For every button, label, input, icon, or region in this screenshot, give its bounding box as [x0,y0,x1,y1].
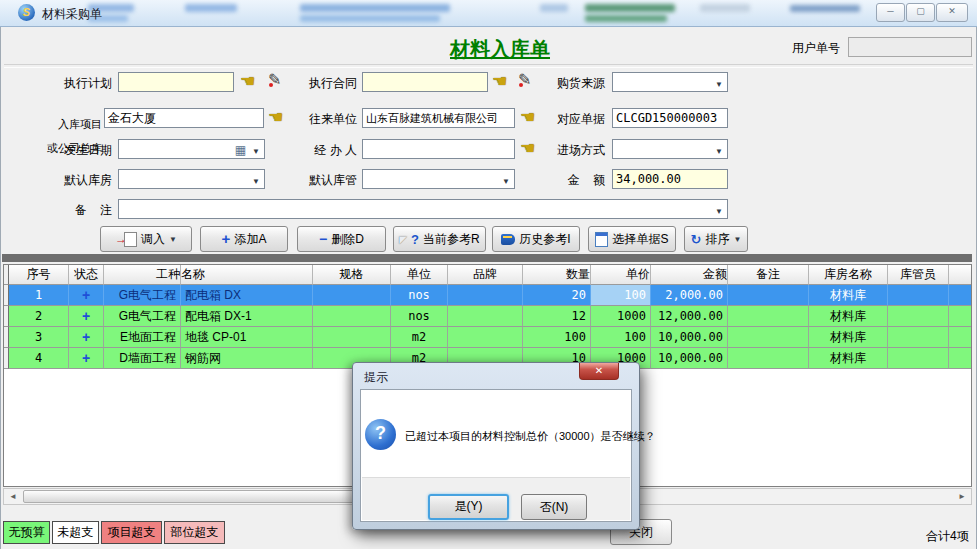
cell-brand[interactable] [448,306,523,327]
chevron-down-icon[interactable]: ▼ [715,203,723,219]
col-header-status[interactable]: 状态 [69,265,104,285]
col-header-brand[interactable]: 品牌 [448,265,523,285]
exec-contract-field[interactable] [362,72,488,92]
cell-keeper[interactable] [888,348,949,369]
col-header-seq[interactable]: 序号 [9,265,69,285]
cell-spec[interactable] [313,327,391,348]
hand-picker-icon[interactable]: ☚ [520,108,535,128]
hand-picker-icon[interactable]: ☚ [520,139,535,159]
cell-qty[interactable]: 100 [523,327,591,348]
no-button[interactable]: 否(N) [521,494,587,520]
cell-remark[interactable] [728,306,809,327]
cell-remark[interactable] [728,327,809,348]
col-header-keeper[interactable]: 库管员 [888,265,949,285]
chevron-down-icon[interactable]: ▼ [502,173,510,189]
cell-trade[interactable]: G电气工程 [104,306,181,327]
col-header-price[interactable]: 单价 [591,265,651,285]
edit-pen-icon[interactable]: ✎ [518,70,531,90]
add-button[interactable]: + 添加A [200,226,288,252]
load-button[interactable]: → 调入 ▼ [100,226,192,252]
purchase-source-select[interactable]: 自购 ▼ [612,72,728,92]
calendar-icon[interactable]: ▦ [235,141,246,159]
cell-seq[interactable]: 2 [9,306,69,327]
user-no-field[interactable] [848,37,972,57]
occur-date-field[interactable]: 2015-05-19 ▦ ▼ [118,139,265,159]
cell-unit[interactable]: nos [391,285,448,306]
ref-doc-field[interactable]: CLCGD150000003 [612,108,728,128]
cell-trade[interactable]: G电气工程 [104,285,181,306]
history-ref-button[interactable]: 历史参考I [492,226,580,252]
project-field[interactable]: 金石大厦 [104,108,264,128]
cell-keeper[interactable] [888,327,949,348]
cell-status[interactable]: + [69,327,104,348]
cell-amount[interactable]: 12,000.00 [651,306,728,327]
cell-trade[interactable]: E地面工程 [104,327,181,348]
table-row[interactable]: 2 + G电气工程 配电箱 DX-1 nos 12 1000 12,000.00… [4,306,971,327]
hand-picker-icon[interactable]: ☚ [268,108,283,128]
hand-picker-icon[interactable]: ☚ [492,72,507,92]
cell-brand[interactable] [448,285,523,306]
table-row[interactable]: 3 + E地面工程 地毯 CP-01 m2 100 100 10,000.00 … [4,327,971,348]
counterparty-field[interactable]: 山东百脉建筑机械有限公司 [362,108,515,128]
minimize-button[interactable]: ─ [876,3,905,22]
cell-keeper[interactable] [888,285,949,306]
dialog-close-icon[interactable]: ✕ [579,363,619,380]
cell-unit[interactable]: m2 [391,327,448,348]
cell-status[interactable]: + [69,306,104,327]
chevron-down-icon[interactable]: ▼ [252,143,260,159]
col-header-trade[interactable]: 工种 [104,265,181,285]
chevron-down-icon[interactable]: ▼ [715,143,723,159]
col-header-remark[interactable]: 备注 [728,265,809,285]
scroll-right-icon[interactable]: ► [954,490,970,503]
cell-price[interactable]: 100 [591,327,651,348]
cell-status[interactable]: + [69,285,104,306]
cell-seq[interactable]: 4 [9,348,69,369]
maximize-button[interactable]: ▢ [906,3,935,22]
col-header-name[interactable]: 名称 [181,265,313,285]
cell-qty[interactable]: 20 [523,285,591,306]
col-header-unit[interactable]: 单位 [391,265,448,285]
edit-pen-icon[interactable]: ✎ [268,70,281,90]
cell-warehouse[interactable]: 材料库 [809,306,888,327]
cell-seq[interactable]: 3 [9,327,69,348]
cell-spec[interactable] [313,285,391,306]
sort-button[interactable]: ↻ 排序 ▼ [684,226,748,252]
cell-name[interactable]: 配电箱 DX-1 [181,306,313,327]
cell-warehouse[interactable]: 材料库 [809,285,888,306]
entry-mode-select[interactable]: 采购入库 ▼ [612,139,728,159]
cell-remark[interactable] [728,285,809,306]
cell-remark[interactable] [728,348,809,369]
close-button[interactable]: ✕ [936,3,968,22]
cell-trade[interactable]: D墙面工程 [104,348,181,369]
cell-name[interactable]: 配电箱 DX [181,285,313,306]
current-ref-button[interactable]: ◤ ? 当前参考R [393,226,486,252]
cell-amount[interactable]: 10,000.00 [651,348,728,369]
exec-plan-field[interactable] [118,72,234,92]
chevron-down-icon[interactable]: ▼ [715,76,723,92]
cell-status[interactable]: + [69,348,104,369]
scroll-left-icon[interactable]: ◄ [5,490,21,503]
yes-button[interactable]: 是(Y) [428,494,509,520]
col-header-spec[interactable]: 规格 [313,265,391,285]
cell-seq[interactable]: 1 [9,285,69,306]
hand-picker-icon[interactable]: ☚ [240,72,255,92]
remark-field[interactable]: ▼ [118,199,728,219]
amount-field[interactable]: 34,000.00 [612,169,728,189]
scrollbar-thumb[interactable] [23,490,371,503]
col-header-qty[interactable]: 数量 [523,265,591,285]
delete-button[interactable]: − 删除D [297,226,386,252]
cell-unit[interactable]: nos [391,306,448,327]
cell-name[interactable]: 地毯 CP-01 [181,327,313,348]
cell-amount[interactable]: 2,000.00 [651,285,728,306]
cell-keeper[interactable] [888,306,949,327]
col-header-amount[interactable]: 金额 [651,265,728,285]
table-row[interactable]: 1 + G电气工程 配电箱 DX nos 20 100 2,000.00 材料库 [4,285,971,306]
cell-warehouse[interactable]: 材料库 [809,327,888,348]
cell-price-focused[interactable]: 100 [591,285,651,306]
cell-price[interactable]: 1000 [591,306,651,327]
default-warehouse-select[interactable]: 材料库 ▼ [118,169,265,189]
default-keeper-select[interactable]: ▼ [362,169,515,189]
col-header-warehouse[interactable]: 库房名称 [809,265,888,285]
handler-field[interactable] [362,139,515,159]
cell-warehouse[interactable]: 材料库 [809,348,888,369]
